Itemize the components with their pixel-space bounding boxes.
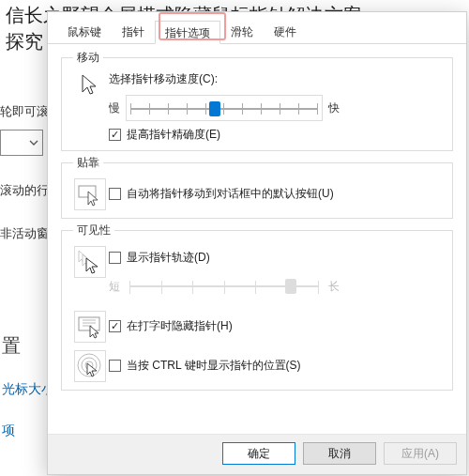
pointer-speed-label: 选择指针移动速度(C):: [109, 71, 443, 87]
hide-while-typing-icon: [74, 311, 106, 343]
background-left-panel: 轮即可滚 滚动的行 非活动窗口: [0, 103, 47, 242]
trail-long-label: 长: [328, 279, 340, 295]
enhance-precision-label: 提高指针精确度(E): [127, 127, 220, 143]
pointer-trail-slider: [126, 273, 323, 299]
tab-wheel[interactable]: 滑轮: [220, 20, 264, 43]
group-snap-legend: 贴靠: [73, 155, 103, 171]
enhance-precision-checkbox[interactable]: ✓: [109, 129, 121, 141]
group-visibility-legend: 可见性: [73, 223, 114, 238]
cursor-arrow-icon: [80, 73, 100, 100]
snap-to-checkbox[interactable]: [109, 188, 121, 200]
dialog-footer: 确定 取消 应用(A): [48, 434, 466, 474]
speed-fast-label: 快: [328, 100, 340, 116]
svg-rect-1: [79, 317, 99, 330]
pointer-trail-label: 显示指针轨迹(D): [127, 250, 210, 266]
tab-buttons[interactable]: 鼠标键: [57, 20, 112, 43]
ctrl-locate-icon: [74, 350, 106, 382]
pointer-speed-slider-wrap: 慢 快: [109, 95, 443, 121]
trail-short-label: 短: [109, 279, 120, 295]
apply-button: 应用(A): [384, 442, 457, 465]
bg-scroll-text: 轮即可滚: [0, 103, 47, 120]
dialog-body: 移动 选择指针移动速度(C): 慢: [48, 44, 466, 434]
speed-slow-label: 慢: [109, 100, 120, 116]
group-motion: 移动 选择指针移动速度(C): 慢: [61, 50, 453, 151]
snap-to-label: 自动将指针移动到对话框中的默认按钮(U): [127, 186, 334, 202]
snap-to-default-icon: [74, 178, 106, 210]
chevron-down-icon: [29, 136, 38, 150]
mouse-properties-dialog: 鼠标键 指针 指针选项 滑轮 硬件 移动 选择指针移动速度(C): 慢: [47, 11, 467, 475]
tab-pointer-options[interactable]: 指针选项: [155, 21, 220, 44]
group-motion-legend: 移动: [73, 50, 103, 66]
ok-button[interactable]: 确定: [222, 442, 295, 465]
pointer-speed-slider[interactable]: [126, 95, 323, 121]
svg-rect-0: [79, 186, 96, 197]
pointer-trail-icon: [74, 246, 106, 278]
hide-typing-label: 在打字时隐藏指针(H): [127, 318, 233, 334]
dialog-tabs: 鼠标键 指针 指针选项 滑轮 硬件: [48, 12, 466, 44]
pointer-trail-checkbox[interactable]: [109, 252, 121, 264]
bg-inactive-window: 非活动窗口: [0, 225, 47, 242]
bg-dropdown[interactable]: [0, 130, 43, 156]
hide-typing-checkbox[interactable]: ✓: [109, 320, 121, 332]
bg-scroll-lines: 滚动的行: [0, 182, 47, 199]
cancel-button[interactable]: 取消: [303, 442, 376, 465]
tab-hardware[interactable]: 硬件: [264, 20, 307, 43]
group-visibility: 可见性: [61, 223, 453, 391]
ctrl-locate-label: 当按 CTRL 键时显示指针的位置(S): [127, 358, 301, 374]
tab-pointers[interactable]: 指针: [112, 20, 155, 43]
ctrl-locate-checkbox[interactable]: [109, 360, 121, 372]
group-snap: 贴靠 自动将指针移动到对话框中的默认按钮(U): [61, 155, 453, 219]
